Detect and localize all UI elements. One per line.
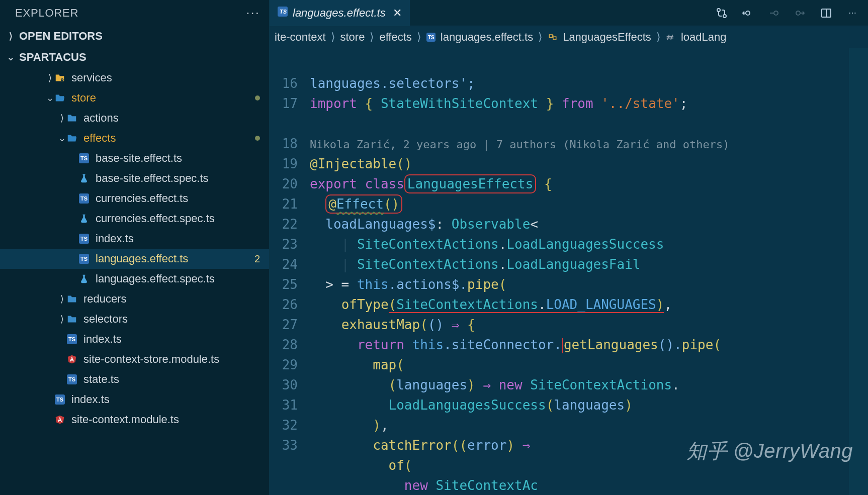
svg-text:TS: TS	[56, 397, 63, 403]
nav-next-icon[interactable]	[794, 7, 807, 20]
chevron-right-icon: ⟩	[7, 31, 14, 42]
svg-point-18	[717, 9, 720, 12]
text-cursor	[562, 338, 563, 353]
file-base-site.effect.spec.ts[interactable]: base-site.effect.spec.ts	[0, 168, 269, 188]
tree-item-label: base-site.effect.ts	[96, 152, 182, 165]
nav-prev-icon[interactable]	[767, 7, 780, 20]
file-languages.effect.spec.ts[interactable]: languages.effect.spec.ts	[0, 269, 269, 289]
chevron-right-icon: ⟩	[331, 31, 335, 44]
crumb-0[interactable]: ite-context	[275, 31, 326, 44]
chevron-down-icon: ⌄	[58, 133, 65, 144]
tree-item-label: site-context.module.ts	[71, 413, 179, 426]
minimap[interactable]	[849, 48, 868, 495]
tree-item-label: site-context-store.module.ts	[83, 353, 219, 366]
tree-item-label: index.ts	[71, 393, 110, 406]
tree-item-label: selectors	[83, 313, 128, 326]
ts-icon: TS	[65, 374, 78, 384]
folder-actions[interactable]: ⟩actions	[0, 108, 269, 128]
ts-icon: TS	[65, 334, 78, 344]
ts-icon: TS	[77, 234, 91, 244]
ts-icon: TS	[278, 7, 288, 20]
file-site-context.module.ts[interactable]: site-context.module.ts	[0, 410, 269, 430]
folder-store[interactable]: ⌄store	[0, 88, 269, 108]
svg-text:TS: TS	[80, 155, 88, 161]
file-tree: ⟩services⌄store⟩actions⌄effects TSbase-s…	[0, 68, 269, 495]
svg-text:TS: TS	[68, 336, 75, 342]
tree-item-label: base-site.effect.spec.ts	[96, 172, 209, 185]
crumb-2[interactable]: effects	[379, 31, 411, 44]
tree-item-label: index.ts	[83, 333, 122, 346]
explorer-header: EXPLORER ···	[0, 0, 269, 26]
ts-icon: TS	[77, 153, 91, 163]
folder-gear-icon	[53, 72, 66, 83]
folder-reducers[interactable]: ⟩reducers	[0, 289, 269, 309]
svg-rect-27	[553, 37, 556, 40]
file-index.ts[interactable]: TSindex.ts	[0, 229, 269, 249]
code-lens[interactable]: Nikola Zarić, 2 years ago | 7 authors (N…	[310, 138, 729, 151]
file-currencies.effect.spec.ts[interactable]: currencies.effect.spec.ts	[0, 209, 269, 229]
tab-bar: TS languages.effect.ts ✕ ⋯	[270, 0, 868, 26]
flask-icon	[77, 173, 91, 183]
svg-point-21	[774, 11, 778, 15]
file-state.ts[interactable]: TSstate.ts	[0, 369, 269, 389]
svg-text:TS: TS	[80, 195, 88, 202]
chevron-right-icon: ⟩	[58, 113, 65, 124]
tree-item-label: actions	[83, 112, 119, 125]
chevron-right-icon: ⟩	[58, 293, 65, 305]
crumb-1[interactable]: store	[340, 31, 365, 44]
git-compare-icon[interactable]	[715, 7, 728, 20]
tree-item-label: store	[71, 91, 96, 105]
workspace-section[interactable]: ⌄ SPARTACUS	[0, 47, 269, 68]
more-actions-icon[interactable]: ⋯	[846, 7, 859, 20]
code-editor[interactable]: 16 17 18 19 20 21 22 23 24 25 26 27 28 2…	[270, 48, 868, 495]
chevron-right-icon: ⟩	[538, 31, 543, 44]
workspace-label: SPARTACUS	[19, 51, 86, 64]
code-content[interactable]: languages.selectors'; import { StateWith…	[305, 48, 849, 495]
chevron-right-icon: ⟩	[46, 72, 53, 83]
chevron-right-icon: ⟩	[656, 31, 661, 44]
folder-icon	[65, 314, 78, 325]
tree-item-label: services	[71, 71, 112, 84]
class-icon	[548, 32, 558, 42]
modified-indicator	[255, 136, 260, 141]
tree-item-label: currencies.effect.spec.ts	[96, 212, 215, 225]
ang-icon	[65, 354, 78, 364]
tree-item-label: languages.effect.ts	[96, 252, 188, 265]
folder-icon	[65, 113, 78, 124]
line-gutter: 16 17 18 19 20 21 22 23 24 25 26 27 28 2…	[270, 48, 305, 495]
problems-badge: 2	[254, 253, 260, 265]
explorer-more-icon[interactable]: ···	[246, 5, 260, 21]
file-index.ts[interactable]: TSindex.ts	[0, 389, 269, 410]
tab-filename: languages.effect.ts	[293, 7, 386, 20]
ts-icon: TS	[77, 193, 91, 204]
tree-item-label: currencies.effect.ts	[96, 192, 188, 205]
folder-selectors[interactable]: ⟩selectors	[0, 309, 269, 329]
split-editor-icon[interactable]	[820, 7, 833, 20]
tree-item-label: languages.effect.spec.ts	[96, 272, 215, 285]
chevron-right-icon: ⟩	[370, 31, 374, 44]
breadcrumb[interactable]: ite-context ⟩ store ⟩ effects ⟩ TS langu…	[270, 26, 868, 48]
file-currencies.effect.ts[interactable]: TScurrencies.effect.ts	[0, 188, 269, 209]
open-editors-label: OPEN EDITORS	[19, 30, 103, 43]
file-base-site.effect.ts[interactable]: TSbase-site.effect.ts	[0, 148, 269, 168]
file-languages.effect.ts[interactable]: TSlanguages.effect.ts2	[0, 249, 269, 269]
svg-point-19	[723, 15, 726, 18]
folder-effects[interactable]: ⌄effects	[0, 128, 269, 148]
tab-close-icon[interactable]: ✕	[393, 7, 402, 20]
crumb-method[interactable]: loadLang	[681, 31, 727, 44]
flask-icon	[77, 274, 91, 284]
chevron-right-icon: ⟩	[417, 31, 421, 44]
svg-text:TS: TS	[280, 9, 287, 15]
crumb-file[interactable]: languages.effect.ts	[441, 31, 533, 44]
folder-open-icon	[53, 92, 66, 104]
chevron-right-icon: ⟩	[58, 314, 65, 325]
file-index.ts[interactable]: TSindex.ts	[0, 329, 269, 349]
folder-services[interactable]: ⟩services	[0, 68, 269, 88]
file-site-context-store.module.ts[interactable]: site-context-store.module.ts	[0, 349, 269, 369]
open-editors-section[interactable]: ⟩ OPEN EDITORS	[0, 26, 269, 47]
chevron-down-icon: ⌄	[46, 92, 53, 104]
tab-languages-effect[interactable]: TS languages.effect.ts ✕	[270, 0, 410, 26]
nav-back-icon[interactable]	[741, 7, 754, 20]
crumb-class[interactable]: LanguagesEffects	[563, 31, 651, 44]
method-icon	[666, 32, 676, 42]
